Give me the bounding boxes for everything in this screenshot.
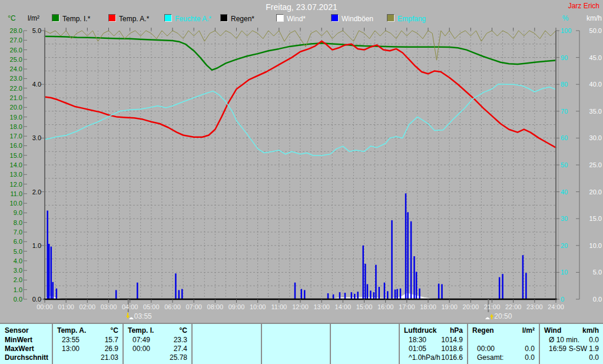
table-cell: 0.0 — [540, 353, 603, 362]
cell-value: hPa — [450, 326, 463, 335]
cell-value: 26.9 — [105, 345, 118, 353]
temp-axis-label: 11.0 — [2, 190, 22, 197]
gust-bar — [344, 293, 346, 299]
gust-bar — [365, 264, 366, 299]
table-cell — [331, 335, 399, 344]
temp-axis-label: 7.0 — [2, 229, 22, 236]
gust-bar — [51, 247, 52, 299]
table-cell — [262, 353, 330, 362]
gust-bar — [419, 289, 420, 299]
table-cell: 13:0026.9 — [53, 344, 122, 353]
gust-bar — [357, 292, 359, 299]
cell-time-or-label: Temp. A. — [57, 326, 86, 335]
cell-time-or-label: 00:00 — [472, 345, 495, 353]
temp-axis-label: 28.0 — [2, 27, 22, 34]
wind-axis-label: 50.0 — [582, 27, 602, 34]
temp-axis-label: 6.0 — [2, 238, 22, 245]
gust-bar — [499, 277, 501, 299]
cell-time-or-label: Gesamt: — [472, 353, 503, 362]
cell-value: 21.03 — [101, 353, 118, 362]
weather-station-page: { "header": {"title": "Freitag, 23.07.20… — [0, 0, 603, 364]
wind-axis-label: 20.0 — [582, 188, 602, 196]
gust-bar — [391, 220, 393, 299]
table-cell: Regenl/m² — [468, 325, 539, 335]
gust-bar — [407, 212, 409, 299]
cell-value: 1018.6 — [441, 345, 463, 353]
cell-value: km/h — [582, 326, 599, 335]
sun-marker-sunset: 20:50 — [485, 312, 512, 320]
gust-bar — [304, 290, 306, 299]
temp-axis-label: 24.0 — [2, 65, 22, 72]
humidity-axis-label: 90 — [561, 54, 575, 61]
cell-time-or-label: ^1.0hPa/h — [404, 353, 440, 362]
cell-time-or-label: 07:49 — [128, 336, 150, 344]
table-cell: 16:59S-SW 1.9 — [540, 344, 603, 353]
rain-axis-label: 1.0 — [26, 242, 41, 249]
summary-column-regen: Regenl/m²00:000.0Gesamt:0.0 — [467, 324, 539, 364]
wind-axis-label: 10.0 — [582, 242, 602, 249]
cell-time-or-label: 00:00 — [128, 345, 150, 353]
humidity-axis-label: 50 — [561, 161, 575, 168]
wind-axis-label: 25.0 — [582, 161, 602, 168]
table-cell — [262, 335, 330, 344]
rain-axis-label: 3.0 — [26, 134, 41, 141]
temp-axis-label: 22.0 — [2, 85, 22, 92]
cell-value: l/m² — [522, 326, 535, 335]
gust-bar — [56, 289, 58, 299]
cell-value: °C — [180, 326, 187, 335]
table-cell — [193, 335, 261, 344]
temp-axis-label: 10.0 — [2, 200, 22, 207]
gust-bar — [301, 289, 303, 299]
sunrise-icon — [125, 313, 134, 320]
humidity-axis-label: 40 — [561, 188, 575, 196]
cell-value: 25.78 — [170, 353, 187, 362]
cell-value: 1016.6 — [441, 353, 463, 362]
summary-row-label: Sensor — [0, 325, 52, 335]
sun-marker-time: 20:50 — [494, 312, 512, 320]
table-cell: 25.78 — [124, 353, 191, 362]
temp-axis-label: 16.0 — [2, 142, 22, 149]
table-cell — [331, 353, 399, 362]
table-cell: Temp. A.°C — [53, 325, 122, 335]
gust-bar — [181, 289, 183, 299]
rain-axis-label: 4.0 — [26, 81, 41, 88]
gust-bar — [137, 283, 138, 299]
gust-bar — [370, 290, 372, 299]
temp-axis-label: 26.0 — [2, 47, 22, 54]
table-cell: 23:5515.7 — [53, 335, 122, 344]
humidity-axis-label: 10 — [561, 269, 575, 276]
humidity-axis-label: 70 — [561, 108, 575, 115]
cell-value: S-SW 1.9 — [569, 345, 599, 353]
gust-bar — [502, 274, 503, 299]
table-cell: Ø 10 min.0.0 — [540, 335, 603, 344]
temp-axis-label: 19.0 — [2, 114, 22, 121]
temp-axis-label: 0.0 — [2, 296, 22, 303]
temp-axis-label: 2.0 — [2, 276, 22, 283]
temp-axis-label: 13.0 — [2, 171, 22, 178]
summary-column-empty-3 — [330, 324, 399, 364]
table-cell: Temp. I.°C — [124, 325, 191, 335]
table-cell: ^1.0hPa/h1016.6 — [400, 353, 467, 362]
cell-time-or-label: 16:59 — [544, 345, 566, 353]
table-cell: 21.03 — [53, 353, 122, 362]
gust-bar — [416, 272, 418, 299]
humidity-axis-label: 60 — [561, 134, 575, 141]
summary-column-temp-i: Temp. I.°C07:4923.300:0027.425.78 — [122, 324, 191, 364]
temp-axis-label: 17.0 — [2, 133, 22, 140]
temp-axis-label: 18.0 — [2, 123, 22, 130]
rain-axis-label: 2.0 — [26, 188, 41, 196]
temp-axis-label: 25.0 — [2, 56, 22, 63]
cell-time-or-label: 13:00 — [57, 345, 79, 353]
table-cell — [193, 325, 261, 335]
temp-axis-label: 15.0 — [2, 152, 22, 159]
series-temp-i- — [45, 37, 556, 70]
gust-bar — [387, 291, 389, 299]
sunset-icon — [485, 313, 494, 320]
cell-value: 23.3 — [174, 336, 187, 344]
summary-column-empty-2 — [261, 324, 330, 364]
wind-axis-label: 40.0 — [582, 81, 602, 88]
table-cell: Gesamt:0.0 — [468, 353, 539, 362]
cell-value: 0.0 — [525, 353, 535, 362]
sun-marker-sunrise: 03:55 — [125, 312, 152, 320]
table-cell: 18:301014.9 — [400, 335, 467, 344]
